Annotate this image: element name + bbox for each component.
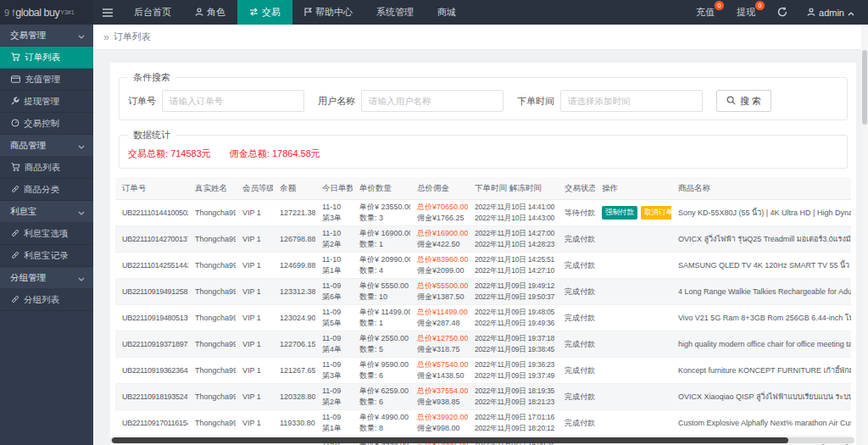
total-price: 总价¥11499.00 xyxy=(417,307,461,318)
sidebar-item-trade-control[interactable]: 交易控制 xyxy=(0,113,93,135)
quantity: 数量: 6 xyxy=(359,397,403,408)
sidebar-item-order-list[interactable]: 订单列表 xyxy=(0,47,93,69)
order-day: 11-09 xyxy=(322,307,346,318)
quantity: 数量: 10 xyxy=(359,292,403,303)
product-name-cell: Vivo V21 5G Ram 8+3GB Rom 256GB 6.44-inc… xyxy=(671,305,851,331)
table-row: UB2211091948051391 Thongcha99 VIP 1 1230… xyxy=(115,305,851,331)
sidebar-item-interest-records[interactable]: 利息宝记录 xyxy=(0,245,93,267)
table-row: UB2211091701161541 Thongcha99 VIP 1 1193… xyxy=(115,410,851,437)
commission: 佣金¥287.48 xyxy=(417,318,461,329)
sidebar-item-group-list[interactable]: 分组列表 xyxy=(0,289,93,311)
cancel-order-button[interactable]: 取消订单 xyxy=(641,206,671,220)
unit-price-qty-cell: 单价¥ 4990.00 数量: 8 xyxy=(353,410,410,437)
order-no-cell: UB2211101425514425 xyxy=(115,253,188,279)
table-header-row: 订单号 真实姓名 会员等级 余额 今日单数 单价数量 总价佣金 下单时间 解冻时… xyxy=(115,177,851,200)
order-time: 2022年11月10日 14:41:00 xyxy=(475,202,551,213)
trade-status-cell: 完成付款 xyxy=(558,358,595,384)
nav-item-help-center[interactable]: 帮助中心 xyxy=(292,0,364,25)
exchange-icon xyxy=(249,8,259,18)
item-label: 充值管理 xyxy=(25,74,60,86)
sidebar-group-product-management[interactable]: 商品管理 xyxy=(0,135,93,157)
nav-item-dashboard[interactable]: 后台首页 xyxy=(122,0,183,25)
horizontal-scrollbar[interactable] xyxy=(110,437,854,443)
username-input[interactable] xyxy=(361,90,504,112)
order-no-input[interactable] xyxy=(162,90,304,112)
order-time: 2022年11月09日 17:01:16 xyxy=(475,412,551,423)
total-price: 总价¥70650.00 xyxy=(417,202,461,213)
vertical-scrollbar[interactable] xyxy=(861,25,868,445)
times-cell: 2022年11月09日 19:37:18 2022年11月09日 19:38:4… xyxy=(468,331,558,358)
today-orders-cell: 11-10 第3单 xyxy=(315,200,353,226)
top-bar-right: 充值 0 提现 0 admin xyxy=(685,0,868,25)
unit-price-qty-cell: 单价¥ 23550.00 数量: 3 xyxy=(353,200,410,226)
nav-item-trade[interactable]: 交易 xyxy=(237,0,292,25)
nav-label: 后台首页 xyxy=(134,6,171,19)
col-times: 下单时间 解冻时间 xyxy=(468,177,558,200)
nav-item-mall[interactable]: 商城 xyxy=(426,0,468,25)
user-menu[interactable]: admin xyxy=(798,0,863,25)
item-label: 利息宝选项 xyxy=(24,228,69,240)
chevron-down-icon xyxy=(78,207,85,217)
product-name-cell: Koncept furniture KONCEPT FURNITURE เก้า… xyxy=(671,358,851,384)
force-pay-button[interactable]: 强制付款 xyxy=(602,206,637,220)
nav-item-roles[interactable]: 角色 xyxy=(183,0,237,25)
order-seq: 第4单 xyxy=(322,344,346,355)
withdraw-link[interactable]: 提现 0 xyxy=(726,0,766,25)
unit-price-qty-cell: 单价¥ 5550.00 数量: 10 xyxy=(353,279,410,305)
nav-label: 系统管理 xyxy=(376,6,414,19)
actions-cell xyxy=(595,331,671,358)
sidebar-group-trade-management[interactable]: 交易管理 xyxy=(0,25,93,47)
vertical-scrollbar-thumb[interactable] xyxy=(862,50,867,125)
unit-price-qty-cell: 单价¥ 2550.00 数量: 5 xyxy=(353,331,410,358)
nav-item-system-management[interactable]: 系统管理 xyxy=(364,0,426,25)
order-day: 11-09 xyxy=(322,359,346,370)
search-icon xyxy=(726,96,736,107)
sidebar-item-interest-options[interactable]: 利息宝选项 xyxy=(0,223,93,245)
sidebar-group-interest-treasure[interactable]: 利息宝 xyxy=(0,201,93,223)
flag-icon xyxy=(304,8,312,18)
order-time: 2022年11月09日 19:48:05 xyxy=(475,307,551,318)
table-row: UB2211091819352478 Thongcha99 VIP 1 1203… xyxy=(115,384,851,410)
balance-cell: 126798.88 xyxy=(273,226,315,253)
order-no-cell: UB2211091701161541 xyxy=(115,410,188,437)
order-time-input[interactable] xyxy=(560,90,703,112)
total-commission-cell: 总价¥37554.00 佣金¥938.85 xyxy=(410,384,468,410)
horizontal-scrollbar-thumb[interactable] xyxy=(112,437,788,443)
unit-price-qty-cell: 单价¥ 9590.00 数量: 6 xyxy=(353,358,410,384)
unit-price: 单价¥ 2550.00 xyxy=(359,333,403,344)
unit-price-qty-cell: 单价¥ 20990.00 数量: 4 xyxy=(353,253,410,279)
order-time-label: 下单时间 xyxy=(517,95,554,108)
hamburger-menu-button[interactable] xyxy=(93,0,122,25)
recharge-link[interactable]: 充值 0 xyxy=(685,0,726,25)
sidebar-item-product-category[interactable]: 商品分类 xyxy=(0,179,93,201)
member-level-cell: VIP 1 xyxy=(236,410,273,437)
username: admin xyxy=(819,8,844,18)
refresh-button[interactable] xyxy=(766,0,798,25)
actions-cell xyxy=(595,226,671,253)
order-list-card: 条件搜索 订单号 用户名称 下单时间 xyxy=(110,63,856,445)
table-row: UB2211101441005027 Thongcha99 VIP 1 1272… xyxy=(115,200,851,226)
trade-total-value: 714583元 xyxy=(170,148,211,159)
search-button[interactable]: 搜 索 xyxy=(716,90,771,112)
recharge-badge: 0 xyxy=(715,1,724,10)
order-seq: 第1单 xyxy=(322,423,346,434)
nav-label: 帮助中心 xyxy=(315,6,353,19)
balance-cell: 127221.38 xyxy=(273,200,315,226)
cart-icon xyxy=(11,53,20,63)
order-day: 11-10 xyxy=(322,228,346,239)
brand-name: global buy xyxy=(15,7,59,19)
order-day: 11-10 xyxy=(322,254,346,265)
unfreeze-time: 2022年11月09日 19:38:45 xyxy=(475,344,551,355)
sidebar-group-group-management[interactable]: 分组管理 xyxy=(0,267,93,289)
sidebar-item-recharge-management[interactable]: 充值管理 xyxy=(0,69,93,91)
unit-price: 单价¥ 6259.00 xyxy=(359,386,403,397)
trade-status-cell: 完成付款 xyxy=(558,253,595,279)
group-label: 交易管理 xyxy=(10,30,46,42)
sidebar-item-product-list[interactable]: 商品列表 xyxy=(0,157,93,179)
unit-price: 单价¥ 20990.00 xyxy=(359,254,403,265)
order-seq: 第6单 xyxy=(322,292,346,303)
stats-legend: 数据统计 xyxy=(128,129,175,142)
brand-logo[interactable]: 9 f global buy Y3#1 xyxy=(0,0,93,25)
sidebar-item-withdraw-management[interactable]: 提现管理 xyxy=(0,91,93,113)
unit-price: 单价¥ 23550.00 xyxy=(359,202,403,213)
